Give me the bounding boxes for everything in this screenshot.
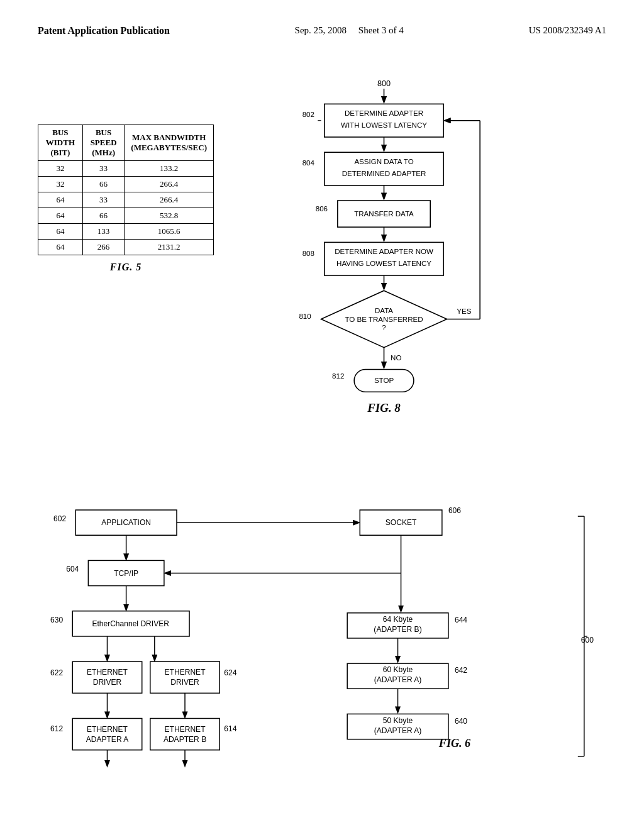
node-socket: SOCKET (386, 519, 417, 528)
table-row: 6466532.8 (38, 208, 214, 224)
node-50kbyte-line2: (ADAPTER A) (374, 726, 422, 735)
node-eth-driver-b2: DRIVER (170, 678, 199, 687)
label-612: 612 (50, 724, 63, 733)
label-602: 602 (53, 515, 66, 524)
fig5-table: BUS WIDTH(BIT) BUS SPEED(MHz) MAX BANDWI… (38, 124, 214, 255)
node-etherchannel: EtherChannel DRIVER (92, 620, 169, 629)
col-bus-width: BUS WIDTH(BIT) (38, 125, 83, 161)
fig8-area: .box { fill: white; stroke: black; strok… (252, 74, 503, 447)
fig6-svg: .box6 { fill: white; stroke: black; stro… (38, 504, 606, 775)
top-section: BUS WIDTH(BIT) BUS SPEED(MHz) MAX BANDWI… (38, 74, 606, 447)
label-630: 630 (50, 616, 63, 624)
node-812-text: STOP (374, 377, 394, 384)
label-640: 640 (455, 717, 467, 726)
publication-date: Sep. 25, 2008 (295, 25, 347, 35)
node-eth-adapter-a2: ADAPTER A (86, 735, 130, 744)
publication-title: Patent Application Publication (38, 25, 170, 36)
label-604: 604 (66, 565, 79, 574)
label-yes: YES (457, 307, 471, 315)
table-row: 6433266.4 (38, 192, 214, 208)
label-no: NO (391, 354, 401, 362)
svg-rect-42 (150, 719, 219, 750)
main-content: BUS WIDTH(BIT) BUS SPEED(MHz) MAX BANDWI… (38, 74, 606, 778)
node-application: APPLICATION (101, 519, 151, 528)
node-810-text3: ? (382, 324, 386, 331)
node-808-text: DETERMINE ADAPTER NOW (335, 248, 433, 255)
node-eth-driver-b1: ETHERNET (165, 668, 206, 677)
fig5-caption: FIG. 5 (110, 262, 142, 273)
table-row: 3266266.4 (38, 177, 214, 192)
node-802-text: DETERMINE ADAPTER (345, 109, 423, 117)
node-50kbyte-line1: 50 Kbyte (383, 716, 413, 725)
svg-rect-36 (150, 662, 219, 694)
label-614: 614 (224, 724, 236, 733)
node-804-text: ASSIGN DATA TO (354, 158, 413, 165)
node-tcpip: TCP/IP (114, 569, 138, 578)
node-eth-driver-a2: DRIVER (93, 678, 122, 687)
fig8-svg: .box { fill: white; stroke: black; strok… (252, 74, 503, 445)
page-header: Patent Application Publication Sep. 25, … (38, 25, 606, 36)
fig8-caption: FIG. 8 (367, 401, 401, 414)
node-810-text: DATA (375, 307, 393, 314)
table-row: 642662131.2 (38, 240, 214, 255)
fig6-area: .box6 { fill: white; stroke: black; stro… (38, 504, 606, 778)
node-64kbyte-line1: 64 Kbyte (383, 615, 413, 624)
node-806-text: TRANSFER DATA (354, 210, 414, 218)
label-622: 622 (50, 669, 63, 678)
node-eth-adapter-b2: ADAPTER B (164, 735, 206, 744)
label-606: 606 (448, 507, 461, 516)
sheet-info: Sheet 3 of 4 (358, 25, 404, 35)
col-bus-speed: BUS SPEED(MHz) (82, 125, 125, 161)
table-row: 641331065.6 (38, 224, 214, 240)
table-row: 3233133.2 (38, 161, 214, 177)
node-808-text2: HAVING LOWEST LATENCY (336, 260, 431, 267)
label-806: 806 (316, 205, 328, 213)
label-800: 800 (377, 79, 391, 88)
node-eth-driver-a1: ETHERNET (87, 668, 128, 677)
label-812: 812 (332, 372, 344, 380)
node-64kbyte-line2: (ADAPTER B) (374, 626, 421, 634)
node-60kbyte-line1: 60 Kbyte (383, 666, 413, 675)
label-624: 624 (224, 669, 236, 678)
svg-rect-35 (72, 662, 142, 694)
fig6-caption: FIG. 6 (438, 737, 471, 750)
node-eth-adapter-b1: ETHERNET (165, 725, 206, 734)
label-810: 810 (299, 313, 311, 320)
col-max-bandwidth: MAX BANDWIDTH(MEGABYTES/SEC) (125, 125, 214, 161)
label-644: 644 (455, 616, 467, 624)
label-808: 808 (303, 250, 314, 257)
header-center: Sep. 25, 2008 Sheet 3 of 4 (295, 25, 404, 36)
page: Patent Application Publication Sep. 25, … (0, 0, 644, 830)
fig5-area: BUS WIDTH(BIT) BUS SPEED(MHz) MAX BANDWI… (38, 124, 214, 273)
node-804-text2: DETERMINED ADAPTER (342, 170, 426, 177)
node-60kbyte-line2: (ADAPTER A) (374, 676, 422, 685)
label-804: 804 (303, 159, 315, 167)
label-600: 600 (581, 636, 594, 645)
patent-number: US 2008/232349 A1 (529, 25, 606, 36)
node-810-text2: TO BE TRANSFERRED (345, 316, 423, 323)
label-642: 642 (455, 667, 467, 675)
svg-rect-41 (72, 719, 142, 750)
node-802-text2: WITH LOWEST LATENCY (341, 121, 427, 129)
label-802: 802 (303, 111, 314, 118)
node-eth-adapter-a1: ETHERNET (87, 725, 128, 734)
